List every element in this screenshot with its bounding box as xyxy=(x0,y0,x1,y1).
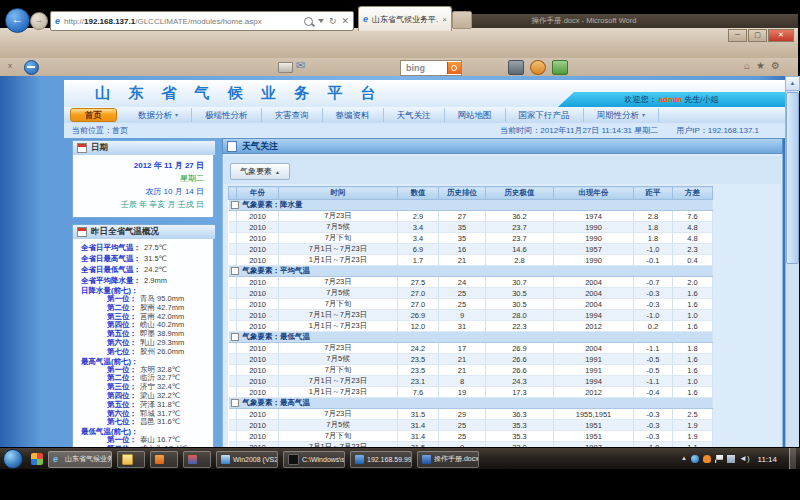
bing-search-box[interactable]: bing xyxy=(400,60,462,76)
pinned-app-icon[interactable] xyxy=(31,453,43,465)
network-globe-icon[interactable] xyxy=(691,455,699,463)
table-row[interactable]: 20107月1日～7月23日23.1824.31994-1.11.0 xyxy=(229,376,713,387)
printer-icon[interactable] xyxy=(278,62,293,73)
nav-item-2[interactable]: 极端性分析 xyxy=(192,108,262,122)
table-row[interactable]: 20107月23日2.92736.219742.87.6 xyxy=(229,211,713,222)
taskbar-button-3[interactable]: 操作手册.docx ... xyxy=(417,451,479,468)
group-checkbox[interactable] xyxy=(231,333,239,341)
taskbar-button-0[interactable]: Win2008 (VS2... xyxy=(216,451,278,468)
network-status-icon[interactable] xyxy=(727,455,735,463)
taskbar-ie-button[interactable]: e 山东省气候业务平... xyxy=(48,451,112,468)
close-button[interactable]: ✕ xyxy=(768,29,794,42)
addon-close-icon[interactable]: x xyxy=(8,61,12,70)
taskbar-button-2[interactable]: 192.168.59.99... xyxy=(350,451,412,468)
cell-5: 1957 xyxy=(554,244,634,255)
nav-item-1[interactable]: 数据分析▾ xyxy=(125,108,192,122)
back-button[interactable]: ← xyxy=(5,8,30,33)
addon-toolbar-icon[interactable] xyxy=(552,60,568,75)
maximize-button[interactable]: ▢ xyxy=(748,29,767,42)
cloud-tray-icon[interactable] xyxy=(703,455,711,463)
group-row-0[interactable]: 气象要素：降水量 xyxy=(229,200,713,211)
start-button[interactable] xyxy=(3,449,23,469)
scrollbar-thumb[interactable] xyxy=(786,92,799,264)
scroll-up-arrow[interactable]: ▲ xyxy=(785,76,800,91)
cell-4: 23.7 xyxy=(486,222,554,233)
refresh-icon[interactable]: ↻ xyxy=(329,17,337,26)
nav-item-0[interactable]: 首页 xyxy=(70,108,117,122)
nav-item-4[interactable]: 整编资料 xyxy=(323,108,384,122)
nav-item-8[interactable]: 周期性分析▾ xyxy=(584,108,660,122)
tab-title[interactable]: 山东省气候业务平... xyxy=(372,14,438,25)
group-row-2[interactable]: 气象要素：最低气温 xyxy=(229,332,713,343)
table-row[interactable]: 20101月1日～7月23日7.61917.32012-0.41.6 xyxy=(229,387,713,398)
table-row[interactable]: 20101月1日～7月23日1.7212.81990-0.10.4 xyxy=(229,255,713,266)
table-row[interactable]: 20107月1日～7月23日6.91614.61957-1.02.3 xyxy=(229,244,713,255)
camera-toolbar-icon[interactable] xyxy=(508,60,524,75)
action-center-flag-icon[interactable] xyxy=(715,455,723,463)
table-row[interactable]: 20107月5候3.43523.719901.84.8 xyxy=(229,222,713,233)
nav-item-7[interactable]: 国家下行产品 xyxy=(506,108,584,122)
search-icon[interactable] xyxy=(304,17,313,26)
tab-close-icon[interactable]: × xyxy=(442,15,447,24)
group-checkbox[interactable] xyxy=(231,399,239,407)
table-row[interactable]: 20107月1日～7月23日26.9928.01994-1.01.0 xyxy=(229,310,713,321)
cell-2: 27.0 xyxy=(398,299,439,310)
element-filter-button[interactable]: 气象要素 ▲ xyxy=(230,163,290,180)
table-row[interactable]: 20107月5候31.42535.31951-0.31.9 xyxy=(229,420,713,431)
table-row[interactable]: 20107月下旬27.02530.52004-0.31.6 xyxy=(229,299,713,310)
taskbar-button-1[interactable]: C:\Windows\sy... xyxy=(283,451,345,468)
taskbar-app1-button[interactable] xyxy=(150,451,178,468)
group-checkbox[interactable] xyxy=(231,201,239,209)
home-icon[interactable]: ⌂ xyxy=(744,60,750,71)
mail-icon[interactable]: ✉ xyxy=(296,59,305,72)
url-text[interactable]: http://192.168.137.1/GLCCLIMATE/modules/… xyxy=(64,17,304,26)
chevron-down-icon[interactable] xyxy=(318,19,324,23)
taskbar-button-label: Win2008 (VS2... xyxy=(233,456,278,463)
address-bar[interactable]: e http://192.168.137.1/GLCCLIMATE/module… xyxy=(50,11,354,31)
group-checkbox[interactable] xyxy=(231,267,239,275)
summary-value: 乳山 29.3mm xyxy=(140,338,184,347)
browser-tab[interactable]: e 山东省气候业务平... × xyxy=(358,6,452,31)
table-row[interactable]: 20107月下旬23.52126.61991-0.51.6 xyxy=(229,365,713,376)
taskbar-clock[interactable]: 11:14 xyxy=(754,455,785,464)
summary-value: 泰山 16.7℃ xyxy=(140,435,180,444)
nav-item-6[interactable]: 网站地图 xyxy=(445,108,506,122)
minimize-button[interactable]: ─ xyxy=(728,29,747,42)
paw-toolbar-icon[interactable] xyxy=(530,60,546,75)
taskbar-explorer-button[interactable] xyxy=(117,451,145,468)
addon-icon[interactable] xyxy=(24,60,39,75)
summary-label: 第二位： xyxy=(107,303,137,312)
table-row[interactable]: 20101月1日～7月23日12.03122.320120.21.6 xyxy=(229,321,713,332)
taskbar-app2-button[interactable] xyxy=(183,451,211,468)
table-row[interactable]: 20107月下旬3.43523.719901.84.8 xyxy=(229,233,713,244)
volume-icon[interactable]: ◄) xyxy=(739,455,750,463)
nav-item-5[interactable]: 天气关注 xyxy=(384,108,445,122)
forward-button[interactable]: → xyxy=(30,12,48,30)
cell-3: 27 xyxy=(439,211,486,222)
table-row[interactable]: 20107月5候27.02530.52004-0.31.6 xyxy=(229,288,713,299)
table-row[interactable]: 20107月23日27.52430.72004-0.72.0 xyxy=(229,277,713,288)
cell-7: 1.6 xyxy=(673,288,713,299)
table-row[interactable]: 20107月23日24.21726.92004-1.11.8 xyxy=(229,343,713,354)
cell-1: 7月1日～7月23日 xyxy=(279,244,398,255)
cell-5: 2004 xyxy=(554,277,634,288)
hidden-icons-arrow[interactable]: ▲ xyxy=(681,455,687,463)
favorites-star-icon[interactable]: ★ xyxy=(756,60,765,71)
table-row[interactable]: 20107月23日31.52936.31955,1951-0.32.5 xyxy=(229,409,713,420)
cell-7: 1.9 xyxy=(673,420,713,431)
stop-icon[interactable]: ✕ xyxy=(341,17,349,26)
group-row-3[interactable]: 气象要素：最高气温 xyxy=(229,398,713,409)
cell-4: 36.3 xyxy=(486,409,554,420)
cell-2: 23.1 xyxy=(398,376,439,387)
tab-favicon: e xyxy=(363,14,368,24)
nav-item-3[interactable]: 灾害查询 xyxy=(262,108,323,122)
bing-search-button[interactable] xyxy=(447,62,461,74)
summary-panel: 全省日平均气温：27.5℃全省日最高气温：31.5℃全省日最低气温：24.2℃全… xyxy=(72,239,214,468)
new-tab-button[interactable] xyxy=(452,11,472,29)
table-row[interactable]: 20107月下旬31.42535.31951-0.31.9 xyxy=(229,431,713,442)
settings-gear-icon[interactable]: ⚙ xyxy=(771,60,780,71)
show-desktop-button[interactable] xyxy=(789,448,796,470)
cell-2: 3.4 xyxy=(398,222,439,233)
table-row[interactable]: 20107月5候23.52126.61991-0.51.6 xyxy=(229,354,713,365)
group-row-1[interactable]: 气象要素：平均气温 xyxy=(229,266,713,277)
